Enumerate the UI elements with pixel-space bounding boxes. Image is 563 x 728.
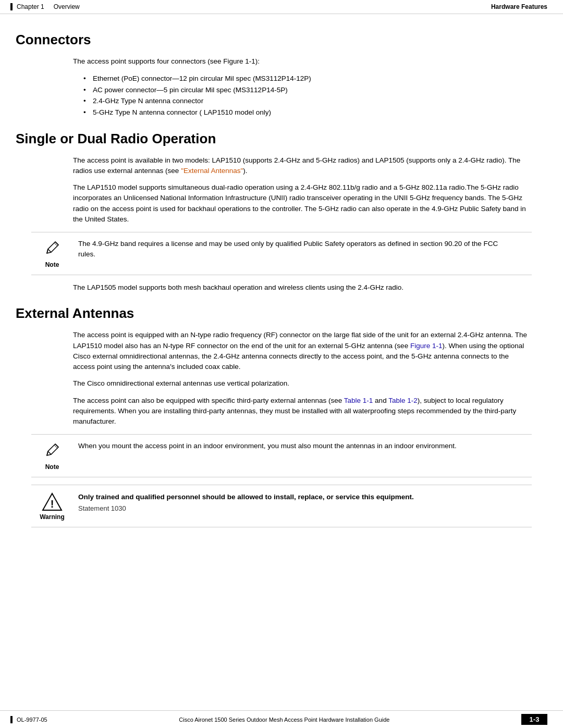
list-item: 5-GHz Type N antenna connector ( LAP1510… (83, 107, 532, 118)
note-content-2: When you mount the access point in an in… (78, 441, 516, 451)
note-icon-area: Note (31, 239, 73, 268)
header-chapter: Chapter 1 (17, 3, 44, 10)
figure-1-1-link[interactable]: Figure 1-1 (410, 342, 443, 350)
list-item: 2.4-GHz Type N antenna connector (83, 95, 532, 107)
header-right-label: Hardware Features (491, 3, 547, 10)
footer-left: OL-9977-05 (10, 716, 47, 723)
page-number: 1-3 (521, 714, 547, 725)
warning-content: Only trained and qualified personnel sho… (78, 491, 516, 514)
external-antennas-para1: The access point is equipped with an N-t… (73, 330, 532, 372)
single-dual-title: Single or Dual Radio Operation (16, 131, 547, 147)
header-bar-icon (10, 3, 13, 10)
header-overview: Overview (54, 3, 80, 10)
page-footer: OL-9977-05 Cisco Aironet 1500 Series Out… (0, 710, 563, 728)
external-antennas-para3: The access point can also be equipped wi… (73, 396, 532, 427)
page: Chapter 1 Overview Hardware Features Con… (0, 0, 563, 728)
warning-bold-text: Only trained and qualified personnel sho… (78, 493, 414, 501)
pencil-icon-2 (44, 442, 60, 462)
footer-bar-icon (10, 716, 13, 723)
note-content: The 4.9-GHz band requires a license and … (78, 239, 516, 260)
footer-center: Cisco Aironet 1500 Series Outdoor Mesh A… (58, 717, 511, 723)
connectors-intro: The access point supports four connector… (73, 56, 532, 67)
external-antennas-link[interactable]: "External Antennas" (181, 167, 243, 175)
page-header: Chapter 1 Overview Hardware Features (0, 0, 563, 14)
external-antennas-title: External Antennas (16, 305, 547, 322)
footer-doc-id: OL-9977-05 (17, 717, 47, 723)
warning-label: Warning (40, 513, 65, 521)
single-dual-para2: The LAP1510 model supports simultaneous … (73, 182, 532, 225)
external-antennas-para2: The Cisco omnidirectional external anten… (73, 378, 532, 389)
single-dual-para1: The access point is available in two mod… (73, 155, 532, 177)
note-box-single-dual: Note The 4.9-GHz band requires a license… (31, 232, 532, 275)
table-1-1-link[interactable]: Table 1-1 (344, 397, 373, 404)
connectors-title: Connectors (16, 32, 547, 48)
table-1-2-link[interactable]: Table 1-2 (388, 397, 418, 404)
main-content: Connectors The access point supports fou… (0, 14, 563, 728)
svg-text:!: ! (51, 498, 54, 510)
pencil-icon (44, 240, 60, 260)
note-label-2: Note (45, 463, 59, 471)
note-icon-area-2: Note (31, 441, 73, 471)
list-item: AC power connector—5 pin circular Mil sp… (83, 84, 532, 96)
list-item: Ethernet (PoE) connector—12 pin circular… (83, 73, 532, 84)
warning-box: ! Warning Only trained and qualified per… (31, 485, 532, 527)
header-left: Chapter 1 Overview (10, 3, 80, 10)
note-box-external-antennas: Note When you mount the access point in … (31, 434, 532, 477)
note-label: Note (45, 261, 59, 268)
warning-statement: Statement 1030 (78, 504, 126, 512)
warning-triangle-icon: ! (42, 492, 63, 511)
connectors-bullet-list: Ethernet (PoE) connector—12 pin circular… (83, 73, 532, 118)
warning-icon-area: ! Warning (31, 491, 73, 521)
single-dual-para3: The LAP1505 model supports both mesh bac… (73, 282, 532, 293)
